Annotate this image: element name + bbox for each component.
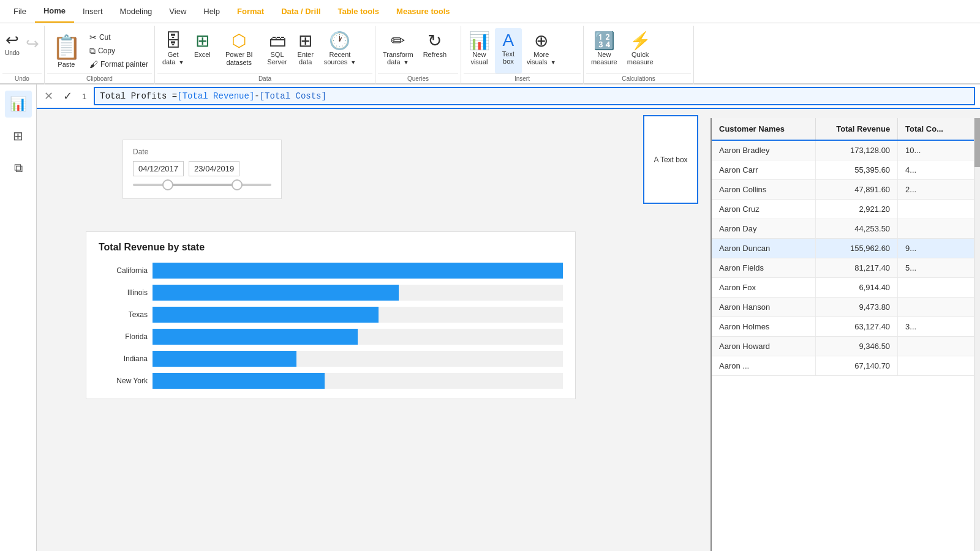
bar-container[interactable] bbox=[153, 373, 563, 389]
scrollbar[interactable] bbox=[974, 118, 980, 551]
power-bi-button[interactable]: ⬡ Power BI datasets bbox=[216, 28, 262, 73]
excel-label: Excel bbox=[194, 51, 211, 58]
sidebar-report-view[interactable]: 📊 bbox=[5, 91, 32, 118]
enter-data-button[interactable]: ⊞ Enter data bbox=[292, 28, 319, 73]
paste-button[interactable]: 📋 Paste bbox=[47, 28, 86, 73]
text-box-icon: A bbox=[503, 31, 514, 50]
menu-format[interactable]: Format bbox=[228, 0, 273, 23]
table-row[interactable]: Aaron Bradley173,128.0010... bbox=[712, 141, 980, 160]
table-row[interactable]: Aaron Duncan155,962.609... bbox=[712, 239, 980, 258]
new-measure-label: New bbox=[597, 51, 611, 58]
menu-help[interactable]: Help bbox=[195, 0, 228, 23]
formula-bar: ✕ ✓ 1 Total Profits = [Total Revenue] - … bbox=[37, 84, 980, 109]
data-table: Customer Names Total Revenue Total Co...… bbox=[710, 118, 980, 551]
date-filter-label: Date bbox=[133, 148, 271, 156]
recent-sources-label: Recent bbox=[330, 51, 351, 58]
quick-measure-button[interactable]: ⚡ Quick measure bbox=[622, 28, 658, 73]
date-end-input[interactable]: 23/04/2019 bbox=[189, 161, 239, 176]
chart-area: CaliforniaIllinoisTexasFloridaIndianaNew… bbox=[99, 263, 563, 389]
cell-revenue: 9,346.50 bbox=[816, 337, 898, 356]
format-painter-button[interactable]: 🖌 Format painter bbox=[86, 58, 152, 71]
formula-cancel-button[interactable]: ✕ bbox=[42, 88, 56, 104]
menu-insert[interactable]: Insert bbox=[74, 0, 111, 23]
formula-input-field[interactable]: Total Profits = [Total Revenue] - [Total… bbox=[94, 87, 975, 105]
copy-button[interactable]: ⧉ Copy bbox=[86, 44, 152, 58]
main-canvas: Date 04/12/2017 23/04/2019 Total Revenue… bbox=[37, 109, 980, 551]
redo-icon: ↪ bbox=[26, 34, 39, 53]
date-start-input[interactable]: 04/12/2017 bbox=[133, 161, 184, 176]
cell-costs: 10... bbox=[898, 141, 980, 160]
menu-file[interactable]: File bbox=[5, 0, 35, 23]
table-row[interactable]: Aaron Hanson9,473.80 bbox=[712, 298, 980, 317]
menu-data-drill[interactable]: Data / Drill bbox=[273, 0, 329, 23]
get-data-button[interactable]: 🗄 Get data ▼ bbox=[157, 28, 189, 73]
more-visuals-label2: visuals ▼ bbox=[527, 58, 556, 66]
new-measure-button[interactable]: 🔢 New measure bbox=[586, 28, 622, 73]
sidebar-table-view[interactable]: ⊞ bbox=[5, 122, 32, 149]
new-visual-button[interactable]: 📊 New visual bbox=[464, 28, 495, 73]
menu-view[interactable]: View bbox=[160, 0, 195, 23]
calculations-section: 🔢 New measure ⚡ Quick measure Calculatio… bbox=[584, 26, 694, 84]
menu-table-tools[interactable]: Table tools bbox=[329, 0, 388, 23]
formula-confirm-button[interactable]: ✓ bbox=[61, 88, 75, 104]
power-bi-icon: ⬡ bbox=[232, 31, 246, 51]
get-data-label: Get bbox=[168, 51, 179, 58]
table-row[interactable]: Aaron Fields81,217.405... bbox=[712, 258, 980, 278]
recent-sources-icon: 🕐 bbox=[329, 31, 350, 51]
bar-fill bbox=[153, 263, 563, 279]
date-slider-handle-left[interactable] bbox=[162, 179, 173, 190]
redo-button[interactable]: ↪ bbox=[23, 28, 42, 59]
table-row[interactable]: Aaron Collins47,891.602... bbox=[712, 180, 980, 200]
recent-sources-button[interactable]: 🕐 Recent sources ▼ bbox=[319, 28, 361, 73]
transform-label: Transform bbox=[383, 51, 413, 58]
text-box-button[interactable]: A Text box bbox=[495, 28, 522, 73]
bar-container[interactable] bbox=[153, 351, 563, 367]
cell-customer-name: Aaron Collins bbox=[712, 180, 816, 199]
bar-container[interactable] bbox=[153, 329, 563, 345]
more-visuals-button[interactable]: ⊕ More visuals ▼ bbox=[522, 28, 561, 73]
cell-customer-name: Aaron Fields bbox=[712, 258, 816, 277]
cell-customer-name: Aaron Day bbox=[712, 219, 816, 238]
paste-icon: 📋 bbox=[52, 34, 81, 61]
new-visual-icon: 📊 bbox=[469, 31, 490, 51]
cell-costs: 9... bbox=[898, 239, 980, 258]
table-row[interactable]: Aaron Howard9,346.50 bbox=[712, 337, 980, 356]
table-row[interactable]: Aaron Carr55,395.604... bbox=[712, 160, 980, 180]
quick-measure-icon: ⚡ bbox=[630, 31, 651, 51]
more-visuals-icon: ⊕ bbox=[534, 31, 548, 51]
excel-button[interactable]: ⊞ Excel bbox=[189, 28, 216, 73]
bar-container[interactable] bbox=[153, 263, 563, 279]
table-row[interactable]: Aaron Holmes63,127.403... bbox=[712, 317, 980, 337]
sidebar-model-view[interactable]: ⧉ bbox=[5, 154, 32, 181]
bar-label: Florida bbox=[99, 332, 148, 341]
cell-customer-name: Aaron Duncan bbox=[712, 239, 816, 258]
table-row[interactable]: Aaron Cruz2,921.20 bbox=[712, 200, 980, 219]
transform-data-button[interactable]: ✏ Transform data ▼ bbox=[378, 28, 418, 73]
cell-revenue: 47,891.60 bbox=[816, 180, 898, 199]
menu-home[interactable]: Home bbox=[35, 0, 74, 23]
menu-modeling[interactable]: Modeling bbox=[111, 0, 161, 23]
sql-button[interactable]: 🗃 SQL Server bbox=[262, 28, 292, 73]
table-row[interactable]: Aaron Fox6,914.40 bbox=[712, 278, 980, 298]
date-slider-track bbox=[133, 184, 271, 186]
scrollbar-thumb[interactable] bbox=[974, 118, 980, 167]
cell-costs: 2... bbox=[898, 180, 980, 199]
get-data-icon: 🗄 bbox=[165, 31, 182, 51]
enter-data-label: Enter bbox=[298, 51, 314, 58]
table-view-icon: ⊞ bbox=[13, 129, 23, 143]
cut-button[interactable]: ✂ Cut bbox=[86, 31, 152, 44]
bar-container[interactable] bbox=[153, 307, 563, 323]
quick-measure-label: Quick bbox=[631, 51, 649, 58]
date-filter-widget: Date 04/12/2017 23/04/2019 bbox=[123, 140, 282, 199]
text-box-visual[interactable]: A Text box bbox=[643, 115, 698, 204]
refresh-button[interactable]: ↻ Refresh bbox=[418, 28, 452, 73]
cell-costs: 3... bbox=[898, 317, 980, 336]
cell-customer-name: Aaron Carr bbox=[712, 160, 816, 179]
table-row[interactable]: Aaron ...67,140.70 bbox=[712, 356, 980, 376]
undo-button[interactable]: ↩ Undo bbox=[2, 28, 22, 59]
table-row[interactable]: Aaron Day44,253.50 bbox=[712, 219, 980, 239]
cell-costs bbox=[898, 337, 980, 356]
menu-measure-tools[interactable]: Measure tools bbox=[388, 0, 458, 23]
date-slider-handle-right[interactable] bbox=[232, 179, 243, 190]
bar-container[interactable] bbox=[153, 285, 563, 301]
